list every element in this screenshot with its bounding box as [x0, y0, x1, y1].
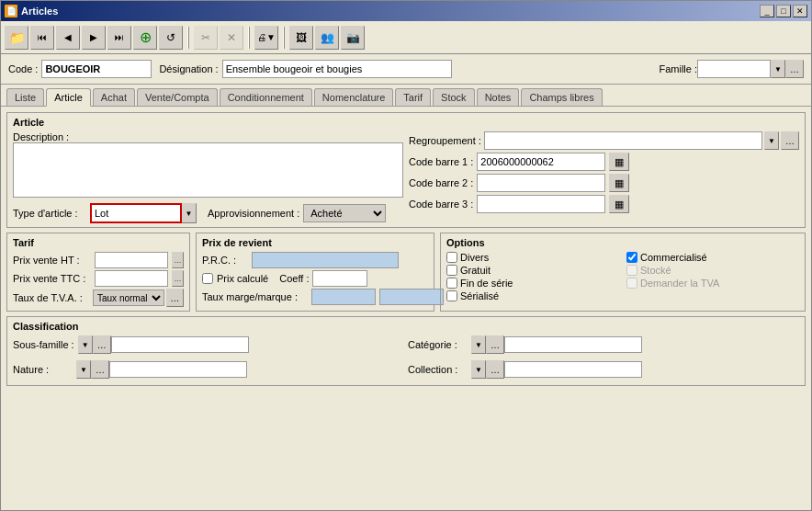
picture-button[interactable]: 🖼 [289, 26, 313, 50]
code-input[interactable] [41, 60, 152, 78]
tab-nomenclature[interactable]: Nomenclature [314, 88, 393, 106]
title-controls: _ □ ✕ [760, 5, 807, 17]
sous-famille-ellipsis-button[interactable]: … [93, 335, 111, 354]
taux-tva-ellipsis-button[interactable]: … [166, 289, 184, 307]
minimize-button[interactable]: _ [760, 5, 774, 17]
last-button[interactable]: ⏭ [107, 26, 131, 50]
refresh-button[interactable]: ↺ [159, 26, 183, 50]
close-button[interactable]: ✕ [793, 5, 807, 17]
code-barre3-input[interactable] [477, 195, 605, 213]
collection-ellipsis-button[interactable]: … [486, 360, 504, 379]
coeff-input[interactable] [312, 270, 367, 287]
code-barre3-button[interactable]: ▦ [609, 195, 629, 213]
prix-vente-ttc-label: Prix vente TTC : [13, 273, 91, 284]
prc-input[interactable] [252, 252, 399, 268]
options-section: Options Divers Commercialisé Gratuit [440, 233, 806, 312]
prix-calcule-checkbox[interactable] [202, 273, 213, 284]
description-textarea[interactable] [13, 142, 403, 198]
nature-input[interactable] [109, 361, 247, 378]
add-button[interactable]: ⊕ [133, 26, 157, 50]
prix-calcule-label: Prix calculé [217, 273, 268, 284]
tab-vente-compta[interactable]: Vente/Compta [137, 88, 218, 106]
prix-vente-ht-button[interactable]: … [172, 252, 184, 268]
taux-marge-input2[interactable] [379, 289, 444, 305]
tab-stock[interactable]: Stock [433, 88, 475, 106]
prix-vente-ht-input[interactable] [95, 252, 168, 268]
code-barre2-row: Code barre 2 : ▦ [409, 174, 799, 192]
option-stocke: Stocké [626, 265, 799, 276]
prix-vente-ttc-input[interactable] [95, 270, 168, 287]
regroupement-dropdown-button[interactable]: ▼ [764, 131, 779, 150]
categorie-dropdown-button[interactable]: ▼ [471, 335, 486, 354]
delete-button[interactable]: ✕ [220, 26, 243, 50]
tab-champs-libres[interactable]: Champs libres [521, 88, 602, 106]
coeff-label: Coeff : [279, 273, 309, 284]
famille-input[interactable] [697, 60, 771, 78]
camera-button[interactable]: 📷 [341, 26, 365, 50]
cut-button[interactable]: ✂ [194, 26, 218, 50]
designation-input[interactable] [222, 60, 452, 78]
sous-famille-label: Sous-famille : [13, 339, 74, 350]
next-button[interactable]: ▶ [82, 26, 106, 50]
code-barre2-button[interactable]: ▦ [609, 174, 629, 192]
options-title: Options [446, 237, 799, 248]
collection-input[interactable] [504, 361, 642, 378]
maximize-button[interactable]: □ [776, 5, 791, 17]
code-barre2-input[interactable] [477, 174, 605, 192]
code-barre1-label: Code barre 1 : [409, 156, 473, 167]
prix-revient-title: Prix de revient [202, 237, 428, 248]
tab-achat[interactable]: Achat [93, 88, 135, 106]
option-serialise-checkbox[interactable] [446, 290, 457, 301]
appro-select[interactable]: Acheté [303, 204, 386, 222]
tab-conditionnement[interactable]: Conditionnement [220, 88, 312, 106]
code-barre1-button[interactable]: ▦ [609, 153, 629, 171]
collection-label: Collection : [408, 364, 468, 375]
description-area-wrapper [13, 142, 403, 199]
option-gratuit-checkbox[interactable] [446, 265, 457, 276]
regroupement-input[interactable] [484, 131, 762, 150]
type-input[interactable] [90, 203, 182, 223]
categorie-input[interactable] [504, 336, 642, 353]
first-button[interactable]: ⏮ [30, 26, 54, 50]
famille-dropdown-button[interactable]: ▼ [771, 60, 785, 78]
tab-notes[interactable]: Notes [477, 88, 520, 106]
sous-famille-input[interactable] [111, 336, 249, 353]
open-button[interactable]: 📁 [5, 26, 28, 50]
nature-ellipsis-button[interactable]: … [91, 360, 109, 379]
article-left-col: Description : Type d'article : ▼ Approvi… [13, 131, 403, 223]
taux-tva-row: Taux de T.V.A. : Taux normal … [13, 289, 184, 307]
tabs-bar: Liste Article Achat Vente/Compta Conditi… [1, 85, 811, 106]
code-barre1-input[interactable] [477, 153, 605, 171]
description-label: Description : [13, 131, 86, 142]
nature-label: Nature : [13, 364, 73, 375]
prix-calcule-row: Prix calculé Coeff : [202, 270, 428, 287]
option-fin-serie-checkbox[interactable] [446, 278, 457, 289]
separator2 [248, 27, 250, 49]
option-divers-checkbox[interactable] [446, 252, 457, 263]
regroupement-ellipsis-button[interactable]: … [781, 131, 799, 150]
app-icon: 📄 [5, 5, 17, 17]
option-commercialise-checkbox[interactable] [626, 252, 637, 263]
prc-label: P.R.C. : [202, 255, 248, 266]
collection-dropdown-button[interactable]: ▼ [471, 360, 486, 379]
tab-tarif[interactable]: Tarif [395, 88, 431, 106]
taux-tva-select[interactable]: Taux normal [93, 290, 164, 306]
nature-dropdown-button[interactable]: ▼ [76, 360, 91, 379]
taux-marge-input1[interactable] [311, 289, 376, 305]
sous-famille-group: ▼ … [78, 335, 249, 354]
prix-vente-ht-row: Prix vente HT : … [13, 252, 184, 268]
categorie-ellipsis-button[interactable]: … [486, 335, 504, 354]
tab-article[interactable]: Article [46, 88, 91, 107]
prc-row: P.R.C. : [202, 252, 428, 268]
famille-field: Famille : ▼ … [659, 60, 804, 78]
prev-button[interactable]: ◀ [56, 26, 80, 50]
tab-liste[interactable]: Liste [6, 88, 44, 106]
sous-famille-dropdown-button[interactable]: ▼ [78, 335, 93, 354]
print-dropdown-button[interactable]: 🖨▼ [254, 26, 278, 50]
famille-ellipsis-button[interactable]: … [785, 60, 804, 78]
type-dropdown-button[interactable]: ▼ [182, 203, 197, 223]
title-bar-left: 📄 Articles [5, 5, 58, 17]
toolbar: 📁 ⏮ ◀ ▶ ⏭ ⊕ ↺ ✂ ✕ 🖨▼ 🖼 👥 📷 [1, 21, 811, 54]
prix-vente-ttc-button[interactable]: … [172, 270, 184, 287]
users-button[interactable]: 👥 [315, 26, 339, 50]
